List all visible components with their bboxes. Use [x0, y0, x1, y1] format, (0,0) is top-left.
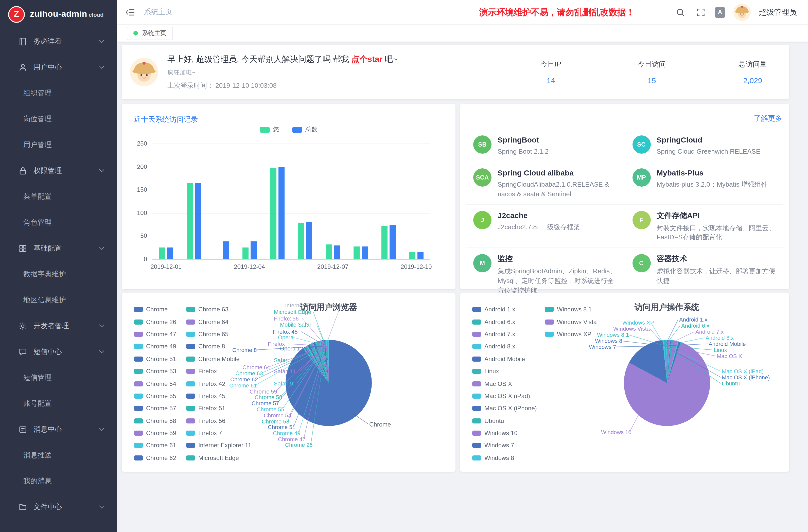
sidebar-item[interactable]: 权限管理: [0, 158, 117, 184]
visit-chart-card: 近十天系统访问记录 您总数 0501001502002502019-12-012…: [122, 104, 456, 289]
legend-label: Firefox 51: [198, 405, 225, 412]
sidebar-item[interactable]: 开发者管理: [0, 313, 117, 339]
tab-home[interactable]: 系统主页: [127, 26, 173, 40]
legend-item[interactable]: Android 6.x: [472, 316, 545, 328]
legend-item[interactable]: Mac OS X (iPhone): [472, 402, 545, 415]
legend-item[interactable]: Chrome Mobile: [186, 353, 238, 365]
legend-item[interactable]: Chrome 62: [134, 452, 186, 464]
breadcrumb[interactable]: 系统主页: [144, 7, 172, 17]
greeting-text: 早上好, 超级管理员, 今天帮别人解决问题了吗 帮我 点个star 吧~ 疯狂加…: [167, 54, 398, 90]
app-root: Z zuihou-admincloud 务必详看用户中心组织管理岗位管理用户管理…: [0, 0, 808, 532]
sidebar-item[interactable]: 短信中心: [0, 339, 117, 365]
legend-item[interactable]: Chrome 58: [134, 415, 186, 427]
sidebar-item-label: 基础配置: [34, 244, 62, 253]
star-link[interactable]: 点个star: [351, 55, 383, 63]
username[interactable]: 超级管理员: [759, 7, 797, 17]
sidebar-subitem[interactable]: 地区信息维护: [0, 287, 117, 313]
legend-item[interactable]: Linux: [472, 365, 545, 378]
last-login-time: 2019-12-10 10:03:08: [215, 81, 276, 89]
legend-item[interactable]: Chrome 26: [134, 316, 186, 328]
legend-item[interactable]: Chrome 63: [186, 303, 238, 316]
sidebar-subitem[interactable]: 数据字典维护: [0, 261, 117, 287]
tab-active-dot: [133, 31, 138, 36]
legend-item[interactable]: Chrome 55: [134, 390, 186, 402]
sidebar-item[interactable]: 务必详看: [0, 29, 117, 54]
fullscreen-icon[interactable]: [694, 6, 706, 18]
menu-fold-icon[interactable]: [124, 6, 136, 18]
legend-item[interactable]: Internet Explorer 11: [186, 439, 238, 452]
legend-item[interactable]: Firefox 56: [186, 415, 238, 427]
sidebar-subitem[interactable]: 岗位管理: [0, 106, 117, 132]
sidebar-subitem[interactable]: 短信管理: [0, 365, 117, 390]
legend-label: Android 1.x: [484, 306, 515, 313]
sidebar-item[interactable]: 文件中心: [0, 494, 117, 520]
legend-item[interactable]: Chrome 51: [134, 353, 186, 365]
book-icon: [18, 37, 27, 46]
legend-item[interactable]: Firefox 7: [186, 427, 238, 439]
search-icon[interactable]: [674, 6, 686, 18]
legend-item[interactable]: Mac OS X: [472, 378, 545, 390]
legend-label: Mac OS X: [484, 380, 512, 387]
legend-item[interactable]: Chrome 53: [134, 365, 186, 378]
tech-badge: SC: [632, 135, 650, 154]
sidebar-subitem[interactable]: 消息推送: [0, 442, 117, 468]
legend-item[interactable]: Windows Vista: [545, 316, 617, 328]
legend-item[interactable]: Chrome 8: [186, 340, 238, 353]
tech-desc: Mybatis-plus 3.2.0：Mybatis 增强组件: [657, 180, 768, 190]
bar-you: [382, 226, 387, 259]
legend-item[interactable]: Microsoft Edge: [186, 452, 238, 464]
legend-item[interactable]: Firefox 45: [186, 390, 238, 402]
legend-item[interactable]: Chrome 54: [134, 378, 186, 390]
os-pie[interactable]: [624, 340, 710, 426]
pie-callout-label: Safari: [274, 357, 289, 363]
sidebar-subitem[interactable]: 用户管理: [0, 132, 117, 158]
legend-item[interactable]: Android 8.x: [472, 340, 545, 353]
sidebar-item-label: 文件中心: [34, 502, 62, 512]
sidebar-subitem[interactable]: 组织管理: [0, 80, 117, 106]
legend-item[interactable]: Windows XP: [545, 328, 617, 341]
legend-label: Chrome 65: [198, 331, 228, 338]
sidebar-item-label: 消息推送: [23, 451, 52, 460]
legend-item[interactable]: Chrome: [134, 303, 186, 316]
sidebar-subitem[interactable]: 我的消息: [0, 468, 117, 494]
legend-chip: [472, 319, 481, 324]
legend-item[interactable]: Firefox: [186, 365, 238, 378]
legend-item[interactable]: Firefox 42: [186, 378, 238, 390]
topbar: 系统主页 演示环境维护不易，请勿乱删乱改数据！ A 超级管理员: [117, 0, 808, 24]
sidebar-item[interactable]: 基础配置: [0, 235, 117, 261]
bar-chart-canvas[interactable]: 0501001502002502019-12-012019-12-042019-…: [122, 104, 456, 289]
sidebar-subitem[interactable]: 角色管理: [0, 209, 117, 235]
legend-item[interactable]: Chrome 47: [134, 328, 186, 341]
sidebar-item[interactable]: 用户中心: [0, 54, 117, 80]
sidebar-subitem[interactable]: 账号配置: [0, 390, 117, 416]
legend-item[interactable]: Chrome 59: [134, 427, 186, 439]
legend-item[interactable]: Windows 8.1: [545, 303, 617, 316]
sidebar-subitem[interactable]: 菜单配置: [0, 184, 117, 209]
legend-item[interactable]: Ubuntu: [472, 415, 545, 427]
legend-label: Linux: [484, 368, 499, 375]
tech-item: SCASpring Cloud alibabaSpringCloudAlibab…: [466, 162, 625, 205]
legend-item[interactable]: Chrome 61: [134, 439, 186, 452]
tech-badge: SCA: [473, 168, 492, 187]
legend-item[interactable]: Windows 7: [472, 439, 545, 452]
legend-item[interactable]: Mac OS X (iPad): [472, 390, 545, 402]
legend-item[interactable]: Android 7.x: [472, 328, 545, 341]
legend-item[interactable]: Firefox 51: [186, 402, 238, 415]
learn-more-link[interactable]: 了解更多: [754, 114, 782, 123]
font-size-icon[interactable]: A: [715, 7, 725, 18]
app-logo[interactable]: Z zuihou-admincloud: [0, 0, 117, 29]
legend-item[interactable]: Android 1.x: [472, 303, 545, 316]
legend-item[interactable]: Chrome 65: [186, 328, 238, 341]
sidebar-item[interactable]: 消息中心: [0, 416, 117, 442]
legend-chip: [186, 455, 195, 460]
legend-item[interactable]: Chrome 57: [134, 402, 186, 415]
legend-item[interactable]: Windows 10: [472, 427, 545, 439]
legend-item[interactable]: Android Mobile: [472, 353, 545, 365]
browser-pie[interactable]: [286, 340, 372, 426]
legend-item[interactable]: Windows 8: [472, 452, 545, 464]
legend-label: Firefox 42: [198, 380, 225, 387]
legend-item[interactable]: Chrome 49: [134, 340, 186, 353]
user-avatar[interactable]: [733, 3, 751, 21]
legend-item[interactable]: Chrome 64: [186, 316, 238, 328]
bar-you: [159, 247, 165, 259]
